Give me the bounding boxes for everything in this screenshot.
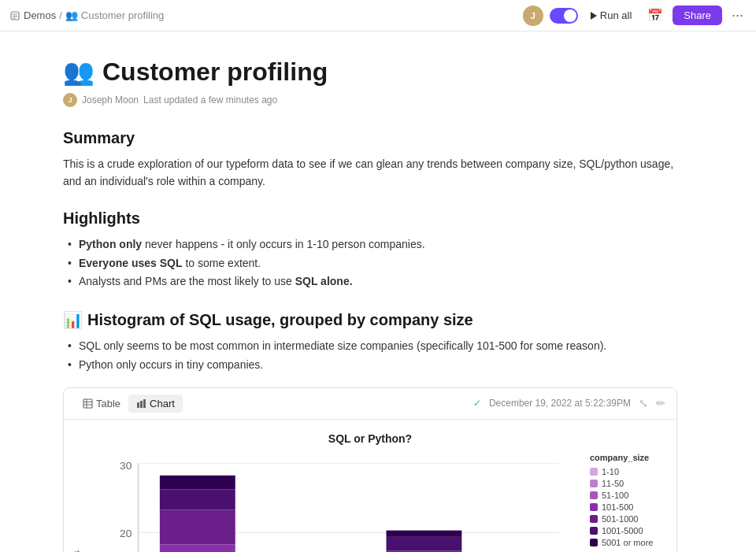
svg-text:20: 20 <box>120 528 132 539</box>
chart-title: SQL or Python? <box>72 432 669 445</box>
svg-rect-26 <box>160 476 235 490</box>
tab-table-label: Table <box>96 398 120 409</box>
topbar: Demos / 👥 Customer profiling J Run all 📅… <box>0 0 756 31</box>
breadcrumb-current: Customer profiling <box>81 9 165 21</box>
chart-toolbar-right: ✓ December 19, 2022 at 5:22:39PM ⤡ ✏ <box>473 397 665 409</box>
svg-rect-23 <box>160 544 235 552</box>
list-item: Everyone uses SQL to some extent. <box>79 254 677 273</box>
legend-color <box>590 503 598 511</box>
run-all-button[interactable]: Run all <box>584 6 638 24</box>
legend-item: 501-1000 <box>590 514 669 524</box>
breadcrumb-page-icon: 👥 <box>65 9 78 21</box>
expand-icon[interactable]: ⤡ <box>639 397 648 409</box>
svg-rect-10 <box>143 399 146 408</box>
list-item: Analysts and PMs are the most likely to … <box>79 272 677 291</box>
svg-rect-25 <box>160 489 235 509</box>
highlights-heading: Highlights <box>63 209 677 228</box>
svg-rect-4 <box>83 399 92 408</box>
legend-label: 11-50 <box>602 479 624 488</box>
legend-label: 51-100 <box>602 491 628 500</box>
histogram-heading: 📊 Histogram of SQL usage, grouped by com… <box>63 310 677 329</box>
svg-text:30: 30 <box>120 459 132 471</box>
list-item: Python only never happens - it only occu… <box>79 235 677 254</box>
breadcrumb-demos[interactable]: Demos <box>24 9 56 21</box>
edit-icon[interactable]: ✏ <box>656 397 665 409</box>
legend-item: 5001 or more <box>590 538 669 547</box>
legend-label: 101-500 <box>602 502 633 512</box>
calendar-button[interactable]: 📅 <box>644 5 666 26</box>
highlights-list: Python only never happens - it only occu… <box>63 235 677 291</box>
chart-widget: Table Chart ✓ December 19, 2022 at 5:22:… <box>63 387 677 552</box>
legend-label: 1001-5000 <box>602 526 643 535</box>
legend-color <box>590 515 598 523</box>
chart-body: SQL or Python? Count of Records <box>64 420 676 552</box>
list-item: SQL only seems to be most common in inte… <box>79 337 677 356</box>
histogram-section: 📊 Histogram of SQL usage, grouped by com… <box>63 310 677 552</box>
svg-rect-8 <box>137 402 139 408</box>
legend-color <box>590 468 598 476</box>
chart-plot: 0 10 20 30 <box>84 453 580 552</box>
breadcrumb-separator: / <box>59 9 62 21</box>
highlight-bold: SQL alone. <box>295 275 353 287</box>
tab-chart-label: Chart <box>150 398 175 409</box>
legend-item: 51-100 <box>590 491 669 500</box>
doc-emoji: 👥 <box>63 57 94 87</box>
tab-table[interactable]: Table <box>75 395 128 413</box>
legend-label: 501-1000 <box>602 514 639 524</box>
legend-item: 1-10 <box>590 467 669 476</box>
histogram-emoji: 📊 <box>63 310 83 329</box>
highlight-bold: Everyone uses SQL <box>79 257 183 269</box>
highlight-bold: Python only <box>79 238 142 250</box>
legend-color <box>590 480 598 487</box>
chart-icon <box>136 398 146 409</box>
chart-svg: 0 10 20 30 <box>84 453 580 552</box>
doc-title-text: Customer profiling <box>102 57 328 87</box>
play-icon <box>591 12 597 20</box>
legend-color <box>590 527 598 535</box>
main-content: 👥 Customer profiling J Joseph Moon Last … <box>0 31 756 552</box>
author-name: Joseph Moon <box>82 94 139 106</box>
toggle-switch[interactable] <box>550 8 578 24</box>
tab-chart[interactable]: Chart <box>128 395 183 413</box>
legend-item: 1001-5000 <box>590 526 669 535</box>
summary-heading: Summary <box>63 129 677 147</box>
highlights-section: Highlights Python only never happens - i… <box>63 209 677 291</box>
svg-rect-33 <box>386 537 461 551</box>
doc-meta: J Joseph Moon Last updated a few minutes… <box>63 93 677 107</box>
table-icon <box>83 398 93 409</box>
doc-title: 👥 Customer profiling <box>63 57 677 87</box>
user-avatar: J <box>523 6 543 26</box>
chart-area: Count of Records 0 10 <box>72 453 669 552</box>
svg-rect-34 <box>386 530 461 536</box>
run-all-label: Run all <box>600 9 632 21</box>
histogram-heading-text: Histogram of SQL usage, grouped by compa… <box>87 311 473 329</box>
legend-label: 5001 or more <box>602 538 653 547</box>
summary-text: This is a crude exploration of our typef… <box>63 155 677 191</box>
chart-timestamp: December 19, 2022 at 5:22:39PM <box>489 398 631 409</box>
chart-legend: company_size 1-10 11-50 51-100 <box>590 453 669 550</box>
page-icon <box>9 10 20 21</box>
chart-toolbar: Table Chart ✓ December 19, 2022 at 5:22:… <box>64 388 676 420</box>
legend-item: 11-50 <box>590 479 669 488</box>
last-updated: Last updated a few minutes ago <box>143 94 277 106</box>
legend-color <box>590 539 598 546</box>
legend-title: company_size <box>590 453 669 462</box>
legend-color <box>590 491 598 499</box>
list-item: Python only occurs in tiny companies. <box>79 356 677 375</box>
topbar-actions: J Run all 📅 Share ··· <box>523 4 747 27</box>
share-button[interactable]: Share <box>673 6 722 25</box>
legend-label: 1-10 <box>602 467 619 476</box>
author-avatar: J <box>63 93 77 107</box>
legend-item: 101-500 <box>590 502 669 512</box>
more-options-button[interactable]: ··· <box>728 4 747 27</box>
histogram-bullets: SQL only seems to be most common in inte… <box>63 337 677 375</box>
svg-rect-9 <box>140 401 143 408</box>
breadcrumb: Demos / 👥 Customer profiling <box>9 9 164 21</box>
svg-rect-24 <box>160 509 235 544</box>
check-icon: ✓ <box>473 398 481 409</box>
